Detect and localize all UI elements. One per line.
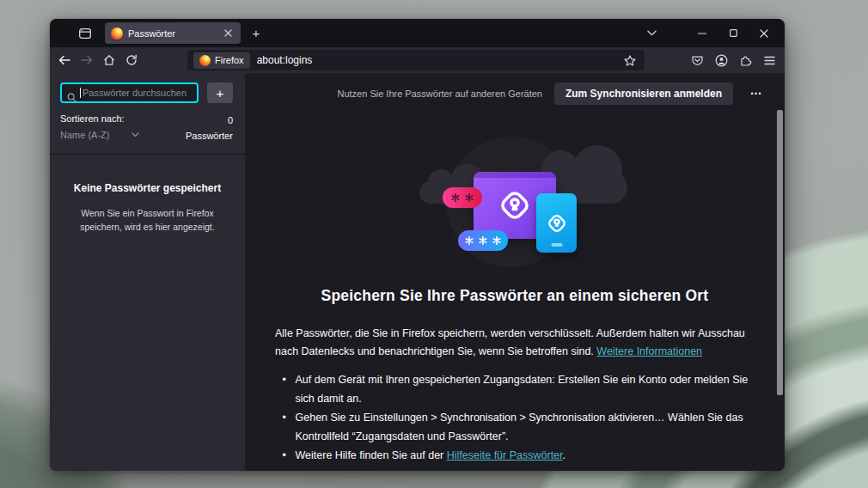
search-box[interactable] <box>60 82 199 103</box>
site-identity-chip[interactable]: Firefox <box>193 52 250 69</box>
login-count: 0 Passwörter <box>186 113 233 143</box>
back-button[interactable] <box>53 50 76 70</box>
text-caret <box>80 88 81 98</box>
account-icon <box>715 54 728 67</box>
tab-close-icon[interactable] <box>221 27 235 40</box>
pocket-button[interactable] <box>686 50 708 70</box>
tab-passwords[interactable]: Passwörter <box>105 22 241 44</box>
asterisk-icon <box>465 193 474 202</box>
sync-hint-text: Nutzen Sie Ihre Passwörter auf anderen G… <box>337 88 541 99</box>
list-item: Weitere Hilfe finden Sie auf der Hilfese… <box>281 446 749 465</box>
lock-logo-icon <box>546 212 568 235</box>
arrow-left-icon <box>58 55 70 65</box>
logins-sidebar: + Sortieren nach: Name (A-Z) 0 <box>50 73 245 471</box>
maximize-icon <box>730 29 737 37</box>
more-options-button[interactable]: … <box>745 83 767 104</box>
search-input[interactable] <box>62 84 197 101</box>
extensions-button[interactable] <box>734 50 756 70</box>
firefox-logo-icon <box>199 55 211 66</box>
empty-state-body: Wenn Sie ein Passwort in Firefox speiche… <box>63 206 233 235</box>
url-text[interactable]: about:logins <box>257 54 614 66</box>
url-bar[interactable]: Firefox about:logins <box>187 50 645 70</box>
chevron-down-icon <box>647 30 657 36</box>
search-row: + <box>50 73 245 109</box>
password-pill-graphic <box>443 187 482 208</box>
bullet-text: Auf dem Gerät mit Ihren gespeicherten Zu… <box>296 374 749 405</box>
tips-list: Auf dem Gerät mit Ihren gespeicherten Zu… <box>281 370 749 465</box>
asterisk-icon <box>479 236 487 245</box>
home-icon <box>103 54 115 66</box>
tab-bar: Passwörter + <box>50 19 785 47</box>
minimize-button[interactable] <box>688 23 716 44</box>
password-pill-graphic <box>458 230 508 251</box>
new-tab-button[interactable]: + <box>246 23 266 44</box>
star-icon <box>624 55 636 66</box>
app-menu-button[interactable] <box>758 50 780 70</box>
sync-header: Nutzen Sie Ihre Passwörter auf anderen G… <box>245 82 785 106</box>
sync-signin-button[interactable]: Zum Synchronisieren anmelden <box>554 82 733 105</box>
reload-icon <box>125 54 138 66</box>
empty-state-title: Keine Passwörter gespeichert <box>62 182 233 194</box>
logins-intro-panel: Nutzen Sie Ihre Passwörter auf anderen G… <box>245 73 785 471</box>
firefox-favicon <box>111 27 123 40</box>
account-button[interactable] <box>710 50 732 70</box>
reload-button[interactable] <box>120 50 143 70</box>
list-all-tabs-button[interactable] <box>640 24 663 43</box>
vertical-scrollbar[interactable] <box>777 110 783 395</box>
add-login-button[interactable]: + <box>207 82 233 103</box>
bullet-text: Weitere Hilfe finden Sie auf der <box>296 449 447 461</box>
close-icon <box>760 29 768 38</box>
bullet-text: Gehen Sie zu Einstellungen > Synchronisa… <box>296 412 743 442</box>
close-window-button[interactable] <box>750 23 778 44</box>
sort-dropdown[interactable]: Name (A-Z) <box>60 130 139 140</box>
firefox-view-button[interactable] <box>74 24 96 43</box>
ellipsis-icon: … <box>750 83 763 97</box>
intro-paragraph: Alle Passwörter, die Sie in Firefox spei… <box>275 325 755 361</box>
about-logins-page: + Sortieren nach: Name (A-Z) 0 <box>50 73 785 471</box>
help-page-link[interactable]: Hilfeseite für Passwörter <box>447 449 563 461</box>
page-title: Speichern Sie Ihre Passwörter an einem s… <box>245 287 785 305</box>
login-count-value: 0 <box>186 113 233 129</box>
sort-value: Name (A-Z) <box>60 130 109 140</box>
puzzle-piece-icon <box>739 54 752 67</box>
phone-graphic <box>536 193 577 253</box>
hamburger-menu-icon <box>764 56 775 65</box>
bookmark-button[interactable] <box>621 52 639 69</box>
asterisk-icon <box>451 193 460 202</box>
sort-group: Sortieren nach: Name (A-Z) <box>60 113 139 143</box>
passwords-illustration <box>399 137 631 261</box>
browser-window: Passwörter + <box>50 19 785 471</box>
site-chip-label: Firefox <box>215 55 244 65</box>
chevron-down-icon <box>131 132 139 137</box>
list-item: Auf dem Gerät mit Ihren gespeicherten Zu… <box>281 370 749 408</box>
sort-label: Sortieren nach: <box>60 113 139 124</box>
lock-logo-icon <box>497 187 533 223</box>
bullet-text: . <box>563 449 565 461</box>
firefox-view-icon <box>78 27 92 40</box>
tab-title: Passwörter <box>128 28 216 39</box>
sidebar-empty-state: Keine Passwörter gespeichert Wenn Sie ei… <box>50 182 245 235</box>
arrow-right-icon <box>81 55 93 65</box>
navigation-toolbar: Firefox about:logins <box>50 47 785 73</box>
toolbar-right-icons <box>686 50 780 70</box>
learn-more-link[interactable]: Weitere Informationen <box>596 345 702 357</box>
list-item: Gehen Sie zu Einstellungen > Synchronisa… <box>281 408 749 446</box>
home-button[interactable] <box>98 50 120 70</box>
minimize-icon <box>698 33 706 34</box>
asterisk-icon <box>492 236 501 245</box>
forward-button[interactable] <box>76 50 98 70</box>
asterisk-icon <box>465 236 474 245</box>
sort-row: Sortieren nach: Name (A-Z) 0 Passwörter <box>50 109 245 155</box>
pocket-icon <box>691 54 704 67</box>
maximize-button[interactable] <box>719 23 747 44</box>
login-count-label: Passwörter <box>186 129 233 144</box>
